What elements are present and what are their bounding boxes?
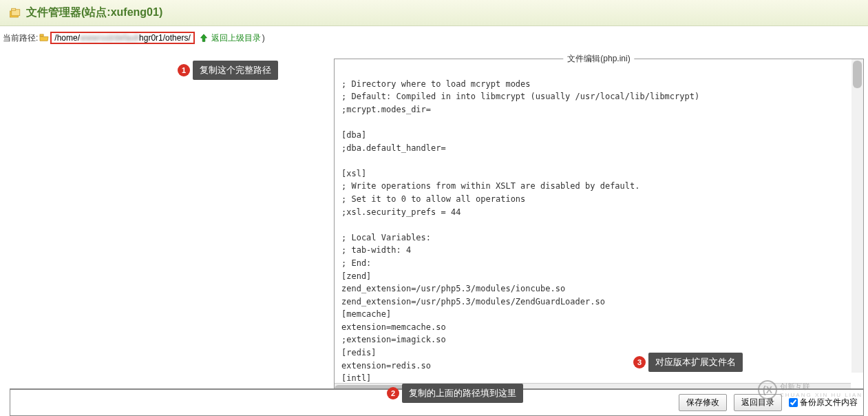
svg-rect-2	[12, 8, 16, 10]
vertical-scrollbar-thumb[interactable]	[853, 61, 862, 88]
path-bar: 当前路径: /home/ wwwroot/default hgr0r1/othe…	[0, 26, 868, 50]
annotation-2: 2 复制的上面的路径填到这里	[387, 384, 523, 403]
editor-pre-content: ; Directory where to load mcrypt modes ;…	[341, 79, 699, 383]
annotation-badge-1: 1	[178, 64, 190, 76]
annotation-badge-2: 2	[387, 387, 399, 399]
path-blur: wwwroot/default	[80, 33, 139, 43]
path-text-end: hgr0r1/others/	[139, 33, 191, 43]
folder-stack-icon	[8, 7, 22, 19]
editor-legend: 文件编辑(php.ini)	[563, 53, 634, 65]
up-arrow-icon	[199, 33, 209, 43]
brand-watermark: (X 创新互联 CHUANG XIN HU LIAN	[758, 380, 862, 399]
editor-section: 文件编辑(php.ini) ; Directory where to load …	[334, 59, 864, 394]
annotation-label-1: 复制这个完整路径	[193, 61, 278, 80]
annotation-label-2: 复制的上面的路径填到这里	[402, 384, 523, 403]
paren-close: )	[262, 33, 265, 43]
annotation-label-3: 对应版本扩展文件名	[648, 353, 743, 372]
path-box[interactable]: /home/ wwwroot/default hgr0r1/others/	[50, 32, 194, 44]
folder-open-icon	[39, 34, 49, 42]
brand-name: 创新互联	[780, 382, 862, 392]
vertical-scrollbar[interactable]	[851, 59, 863, 373]
header-bar: 文件管理器(站点:xufeng01)	[0, 0, 868, 26]
brand-pinyin: CHUANG XIN HU LIAN	[780, 392, 862, 398]
editor-border: ; Directory where to load mcrypt modes ;…	[334, 59, 864, 394]
annotation-badge-3: 3	[633, 356, 646, 368]
save-button[interactable]: 保存修改	[679, 394, 727, 411]
back-parent-link[interactable]: 返回上级目录	[211, 32, 261, 44]
path-text-start: /home/	[54, 33, 80, 43]
path-label: 当前路径:	[3, 32, 38, 44]
svg-rect-3	[40, 34, 43, 37]
annotation-3: 3 对应版本扩展文件名	[633, 353, 743, 372]
brand-logo-icon: (X	[758, 380, 777, 399]
editor-textarea[interactable]: ; Directory where to load mcrypt modes ;…	[335, 59, 863, 383]
annotation-1: 1 复制这个完整路径	[178, 61, 278, 80]
page-title: 文件管理器(站点:xufeng01)	[26, 6, 162, 20]
